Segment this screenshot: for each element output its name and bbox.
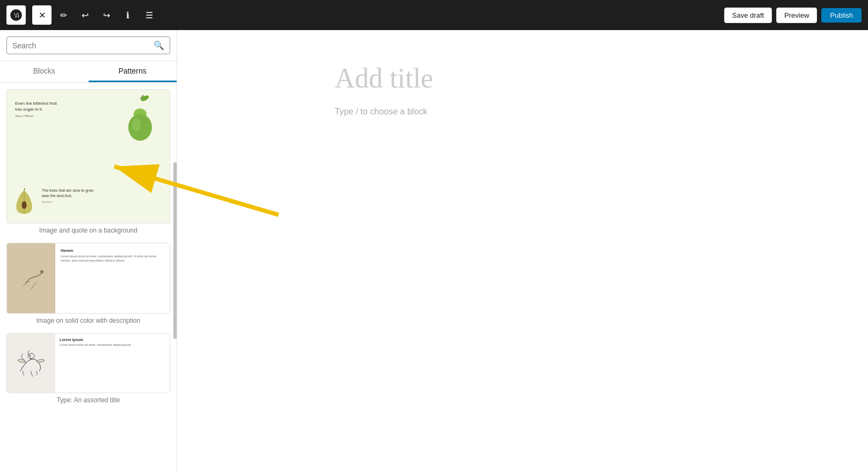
main-area: 🔍 Blocks Patterns Even the bitterest fru…: [0, 30, 868, 471]
card3-content: Lorem ipsum Lorem ipsum dolor sit amet, …: [7, 334, 170, 393]
card1-text: Even the bitterest fruit has sugar in it…: [15, 100, 58, 118]
list-view-button[interactable]: ☰: [140, 5, 159, 25]
search-input[interactable]: [12, 41, 154, 50]
svg-point-6: [22, 201, 27, 209]
card2-content: Hanem Lorem ipsum dolor sit amet, consec…: [7, 243, 170, 313]
card1-content: Even the bitterest fruit has sugar in it…: [7, 90, 170, 223]
wordpress-logo[interactable]: W: [6, 5, 26, 25]
card1-quote-author: Terry O'Brien: [15, 114, 58, 118]
pattern-preview-1: Even the bitterest fruit has sugar in it…: [6, 89, 170, 223]
sidebar-patterns-list: Even the bitterest fruit has sugar in it…: [0, 83, 177, 471]
editor-title[interactable]: Add title: [335, 62, 711, 94]
editor-body-placeholder[interactable]: Type / to choose a block: [335, 107, 711, 117]
editor-area[interactable]: Add title Type / to choose a block: [177, 30, 868, 471]
edit-button[interactable]: ✏: [54, 5, 73, 25]
undo-button[interactable]: ↩: [75, 5, 94, 25]
card2-heading: Hanem: [61, 249, 164, 252]
card1-body-author: Molière: [42, 200, 96, 204]
toolbar-right: Save draft Preview Publish: [724, 8, 862, 23]
info-button[interactable]: ℹ: [118, 5, 137, 25]
pear-icon: [121, 95, 159, 143]
pattern-label-3: Type: An assorted title: [6, 396, 170, 404]
card1-bottom: The trees that are slow to grow bear the…: [12, 188, 96, 215]
svg-point-9: [30, 355, 31, 356]
search-icon: 🔍: [154, 40, 164, 50]
card1-quote-text: Even the bitterest fruit has sugar in it…: [15, 100, 58, 112]
svg-point-2: [140, 95, 150, 102]
pattern-preview-2: Hanem Lorem ipsum dolor sit amet, consec…: [6, 243, 170, 314]
redo-button[interactable]: ↪: [97, 5, 116, 25]
sidebar: 🔍 Blocks Patterns Even the bitterest fru…: [0, 30, 177, 471]
toolbar-left: W ✕ ✏ ↩ ↪ ℹ ☰: [6, 5, 159, 25]
sidebar-scrollbar-thumb: [173, 162, 177, 338]
list-icon: ☰: [145, 10, 153, 20]
card3-text: Lorem ipsum Lorem ipsum dolor sit amet, …: [55, 334, 170, 393]
card1-body-quote: The trees that are slow to grow bear the…: [42, 188, 96, 204]
toolbar: W ✕ ✏ ↩ ↪ ℹ ☰ Save draft Preview Publish: [0, 0, 868, 30]
undo-icon: ↩: [82, 10, 89, 20]
svg-text:W: W: [13, 12, 19, 18]
card3-image: [7, 334, 55, 393]
close-button[interactable]: ✕: [32, 5, 52, 25]
publish-button[interactable]: Publish: [821, 8, 862, 23]
sidebar-search-section: 🔍: [0, 30, 177, 61]
pattern-label-1: Image and quote on a background: [6, 227, 170, 234]
card2-image: [7, 243, 55, 313]
pattern-card-2[interactable]: Hanem Lorem ipsum dolor sit amet, consec…: [6, 243, 170, 324]
pattern-card-3[interactable]: Lorem ipsum Lorem ipsum dolor sit amet, …: [6, 333, 170, 404]
sidebar-scrollbar[interactable]: [172, 30, 177, 471]
preview-button[interactable]: Preview: [776, 8, 817, 23]
pattern-preview-3: Lorem ipsum Lorem ipsum dolor sit amet, …: [6, 333, 170, 393]
svg-point-7: [40, 270, 43, 273]
card3-body: Lorem ipsum dolor sit amet, consectetur …: [60, 343, 165, 347]
half-pear-icon: [12, 188, 37, 215]
pencil-icon: ✏: [60, 10, 67, 20]
search-wrapper: 🔍: [6, 37, 170, 54]
card3-heading: Lorem ipsum: [60, 338, 165, 342]
info-icon: ℹ: [126, 10, 129, 20]
pattern-label-2: Image on solid color with description: [6, 317, 170, 324]
tab-blocks[interactable]: Blocks: [0, 61, 89, 82]
close-icon: ✕: [39, 10, 46, 20]
svg-point-8: [28, 353, 34, 359]
pattern-card-1[interactable]: Even the bitterest fruit has sugar in it…: [6, 89, 170, 234]
svg-point-5: [132, 118, 141, 131]
card2-text: Hanem Lorem ipsum dolor sit amet, consec…: [55, 243, 170, 313]
save-draft-button[interactable]: Save draft: [724, 8, 772, 23]
animal-sketch-icon: [12, 344, 50, 382]
card2-body: Lorem ipsum dolor sit amet, consectetur …: [61, 255, 164, 263]
tab-patterns[interactable]: Patterns: [89, 61, 177, 82]
editor-content: Add title Type / to choose a block: [335, 62, 711, 117]
sidebar-tabs: Blocks Patterns: [0, 61, 177, 83]
redo-icon: ↪: [103, 10, 110, 20]
botanical-sketch-icon: [15, 262, 47, 294]
